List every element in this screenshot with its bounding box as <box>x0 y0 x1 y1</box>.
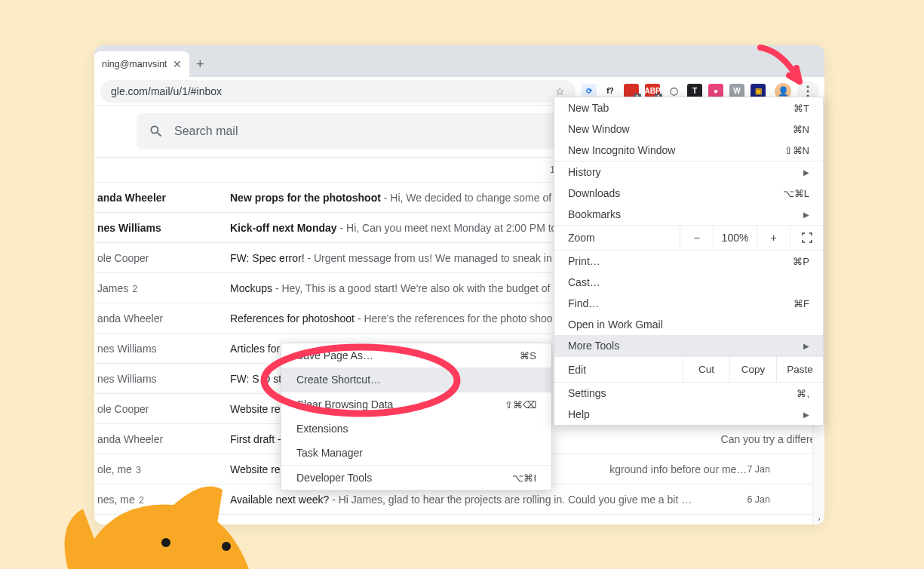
submenu-clear-browsing[interactable]: Clear Browsing Data⇧⌘⌫ <box>281 392 551 417</box>
sender: ole Cooper <box>97 403 230 415</box>
menu-edit-row: Edit Cut Copy Paste <box>554 356 823 382</box>
subject: FW: Spec error! <box>230 252 305 264</box>
menu-open-in-work[interactable]: Open in Work Gmail <box>554 314 823 335</box>
snippet: - Hey, This is a good start! We're also … <box>272 282 550 294</box>
menu-downloads[interactable]: Downloads⌥⌘L <box>554 183 823 204</box>
snippet: - Hi, We decided to change some of th <box>381 192 563 204</box>
chevron-right-icon: ▶ <box>803 411 809 419</box>
chevron-right-icon: ▶ <box>803 168 809 177</box>
subject: Website re <box>230 463 281 475</box>
snippet: - Hi, Can you meet next Monday at 2:00 P… <box>337 222 557 234</box>
svg-point-1 <box>806 90 809 92</box>
svg-point-4 <box>161 538 170 547</box>
search-placeholder: Search mail <box>174 125 238 138</box>
sender: James 2 <box>97 282 230 294</box>
edit-paste[interactable]: Paste <box>776 357 823 382</box>
snippet: - Urgent message from us! We managed to … <box>305 252 552 264</box>
search-icon <box>149 124 164 139</box>
subject: Available next week? <box>230 494 329 506</box>
sender: anda Wheeler <box>97 192 230 204</box>
menu-more-tools[interactable]: More Tools▶ <box>554 335 823 356</box>
zoom-in-button[interactable]: + <box>757 226 790 250</box>
menu-help[interactable]: Help▶ <box>554 404 823 425</box>
chevron-right-icon: ▶ <box>803 211 809 219</box>
sender: nes Williams <box>97 222 230 234</box>
menu-cast[interactable]: Cast… <box>554 272 823 293</box>
menu-new-incognito[interactable]: New Incognito Window⇧⌘N <box>554 140 823 161</box>
tab-bar: ning@manvsint ✕ + <box>94 45 824 77</box>
submenu-dev-tools[interactable]: Developer Tools⌥⌘I <box>281 466 551 490</box>
svg-point-0 <box>806 85 809 88</box>
menu-new-window[interactable]: New Window⌘N <box>554 118 823 140</box>
menu-bookmarks[interactable]: Bookmarks▶ <box>554 204 823 225</box>
edit-copy[interactable]: Copy <box>729 357 776 382</box>
subject: FW: S O st <box>230 373 281 385</box>
menu-settings[interactable]: Settings⌘, <box>554 383 823 404</box>
submenu-extensions[interactable]: Extensions <box>281 417 551 441</box>
subject: First draft - <box>230 433 281 445</box>
edit-cut[interactable]: Cut <box>683 357 729 382</box>
close-icon[interactable]: ✕ <box>173 58 182 70</box>
chevron-right-icon: ▶ <box>803 342 809 350</box>
more-tools-submenu: Save Page As…⌘S Create Shortcut… Clear B… <box>281 343 552 491</box>
zoom-out-button[interactable]: − <box>680 226 713 250</box>
url-text: gle.com/mail/u/1/#inbox <box>111 85 222 97</box>
menu-print[interactable]: Print…⌘P <box>554 251 823 272</box>
sender: anda Wheeler <box>97 433 230 445</box>
tab-title: ning@manvsint <box>102 59 167 69</box>
submenu-create-shortcut[interactable]: Create Shortcut… <box>281 368 551 392</box>
submenu-save-page[interactable]: Save Page As…⌘S <box>281 343 551 368</box>
url-input[interactable]: gle.com/mail/u/1/#inbox ☆ <box>100 80 576 103</box>
sender: nes Williams <box>97 343 230 355</box>
sender: nes Williams <box>97 373 230 385</box>
svg-point-5 <box>222 542 231 551</box>
star-icon[interactable]: ☆ <box>555 85 565 97</box>
subject: New props for the photoshoot <box>230 192 381 204</box>
subject: Articles for <box>230 343 280 355</box>
sender: anda Wheeler <box>97 312 230 324</box>
submenu-task-manager[interactable]: Task Manager <box>281 441 551 465</box>
menu-history[interactable]: History▶ <box>554 161 823 183</box>
menu-new-tab[interactable]: New Tab⌘T <box>554 97 823 118</box>
snippet: - Here's the references for the photo sh… <box>355 312 553 324</box>
sender: ole Cooper <box>97 252 230 264</box>
snippet: - Hi James, glad to hear the projects ar… <box>329 494 692 506</box>
menu-find[interactable]: Find…⌘F <box>554 293 823 314</box>
browser-tab[interactable]: ning@manvsint ✕ <box>94 51 189 77</box>
zoom-level: 100% <box>713 226 757 250</box>
sender: nes, me 2 <box>97 494 230 506</box>
sender: ole, me 3 <box>97 463 230 475</box>
chevron-right-icon[interactable]: › <box>813 512 824 524</box>
fullscreen-icon[interactable] <box>790 226 823 250</box>
chrome-main-menu: New Tab⌘T New Window⌘N New Incognito Win… <box>554 97 824 426</box>
subject: Mockups <box>230 282 272 294</box>
menu-zoom-row: Zoom − 100% + <box>554 225 823 251</box>
subject: Kick-off next Monday <box>230 222 337 234</box>
subject: References for photoshoot <box>230 312 355 324</box>
subject: Website re <box>230 403 281 415</box>
new-tab-button[interactable]: + <box>189 57 210 77</box>
